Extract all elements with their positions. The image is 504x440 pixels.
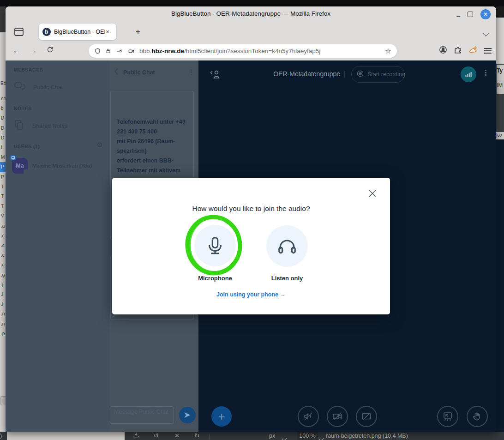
minimize-button[interactable]: – [456, 13, 460, 18]
undo-icon[interactable]: ↺ [154, 432, 159, 440]
bbb-favicon: b [42, 28, 51, 36]
actions-plus-button[interactable]: + [211, 406, 232, 427]
chevron-down-icon[interactable] [319, 434, 323, 440]
microphone-button[interactable] [194, 225, 236, 266]
circle-icon: ) [0, 432, 2, 440]
gimp-left-panel [7, 432, 125, 440]
listen-only-button[interactable] [266, 225, 308, 267]
right-edge-dark [496, 6, 504, 18]
chat-options-icon[interactable]: ⋮ [188, 68, 195, 77]
url-text[interactable]: bbb.hbz-nrw.de/html5client/join?sessionT… [139, 48, 381, 54]
list-item: T [0, 192, 6, 201]
list-item: .c [0, 250, 6, 260]
close-window-button[interactable]: ✕ [480, 9, 491, 19]
sidebar-item-public-chat[interactable]: Public Chat [14, 79, 102, 96]
join-audio-modal: How would you like to join the audio? Mi… [112, 178, 390, 314]
divider: | [344, 70, 346, 78]
send-message-button[interactable] [179, 407, 196, 423]
tab-bigbluebutton[interactable]: b BigBlueButton - OER-M × [39, 24, 116, 40]
sidebar-item-shared-notes[interactable]: Shared Notes [14, 118, 102, 134]
maximize-button[interactable] [468, 12, 473, 17]
chevron-left-icon[interactable] [114, 68, 119, 77]
share-webcam-button[interactable] [327, 406, 348, 427]
navigation-toolbar: ← → bbb.hbz-nrw.de/html5client/join?sess… [6, 42, 496, 61]
start-recording-button[interactable]: Start recording [351, 66, 405, 83]
list-item: D [0, 133, 6, 143]
start-recording-label: Start recording [367, 71, 405, 78]
back-button[interactable]: ← [11, 45, 22, 56]
delete-icon[interactable]: ✕ [174, 432, 180, 440]
window-titlebar[interactable]: BigBlueButton - OER-Metadatengruppe — Mo… [6, 6, 496, 22]
chat-message-input[interactable] [110, 406, 174, 424]
unit-select[interactable]: px [269, 432, 275, 440]
right-edge-canvas [496, 139, 504, 432]
close-modal-icon[interactable] [368, 189, 377, 198]
right-edge-light [496, 18, 504, 64]
options-menu-icon[interactable]: ⋮ [482, 68, 489, 77]
modal-title: How would you like to join the audio? [112, 205, 390, 213]
extensions-puzzle-icon[interactable] [454, 46, 462, 56]
fox-extension-icon[interactable] [468, 46, 478, 56]
save-icon[interactable] [133, 432, 139, 440]
list-item: T [0, 182, 6, 192]
window-controls: – ✕ [456, 9, 491, 20]
account-icon[interactable] [438, 45, 448, 56]
sidebar-item-label: Shared Notes [32, 123, 67, 129]
file-list-item: Ed [0, 81, 6, 86]
url-bar[interactable]: bbb.hbz-nrw.de/html5client/join?sessionT… [89, 44, 397, 58]
zoom-level[interactable]: 100 % [297, 432, 318, 440]
toolbar-icons [438, 45, 492, 56]
scrollbar-thumb[interactable] [0, 396, 6, 405]
connection-status-button[interactable] [461, 66, 476, 82]
chat-panel-title: Public Chat [123, 69, 188, 76]
list-item: .p [0, 329, 6, 338]
microphone-label: Microphone [187, 275, 243, 282]
list-item: .n [0, 319, 6, 329]
tab-bar: b BigBlueButton - OER-M × + [6, 22, 496, 42]
shield-icon[interactable] [94, 48, 101, 55]
raise-hand-button[interactable] [467, 406, 488, 427]
reload-button[interactable] [44, 45, 55, 56]
redo-icon[interactable]: ↻ [194, 432, 199, 440]
unmute-audio-button[interactable] [298, 406, 319, 427]
tab-close-icon[interactable]: × [106, 28, 109, 36]
list-item: P [0, 172, 6, 182]
bookmark-star-icon[interactable]: ☆ [385, 47, 391, 55]
right-edge-label: IM [497, 80, 504, 94]
messages-header: MESSAGES [14, 67, 43, 72]
gear-icon[interactable]: ⚙ [97, 141, 103, 149]
user-list-item[interactable]: Ma Maxime Musterfrau (You) [12, 156, 104, 176]
desktop-share-badge-icon [10, 155, 16, 160]
permissions-icon[interactable] [115, 48, 123, 54]
avatar: Ma [12, 158, 28, 174]
bbb-sidebar: MESSAGES Public Chat NOTES Shared Notes … [6, 60, 109, 432]
file-list: onbDDDLMPPTTTV.a.c.c.c.c.g.j.l.l.n.n.p [0, 94, 6, 338]
list-item: .l [0, 299, 6, 309]
list-item: D [0, 113, 6, 123]
users-header: USERS (1) [14, 144, 40, 149]
camera-permission-icon[interactable] [127, 48, 135, 54]
window-title: BigBlueButton - OER-Metadatengruppe — Mo… [6, 10, 496, 17]
list-item: on [0, 94, 6, 103]
menu-hamburger-icon[interactable] [484, 47, 492, 55]
lock-icon[interactable] [105, 48, 111, 54]
chevron-down-icon[interactable] [282, 434, 286, 440]
avatar-notch [24, 169, 29, 175]
join-by-phone-link[interactable]: Join using your phone → [112, 291, 390, 298]
restore-presentation-button[interactable] [437, 406, 458, 427]
chat-header: Public Chat ⋮ [114, 67, 195, 78]
new-tab-button[interactable]: + [136, 28, 140, 36]
screen: Ed onbDDDLMPPTTTV.a.c.c.c.c.g.j.l.l.n.n.… [0, 0, 504, 440]
url-domain: hbz-nrw.de [151, 48, 184, 54]
list-item: .l [0, 289, 6, 299]
firefox-view-icon[interactable] [13, 26, 25, 37]
list-item: .n [0, 309, 6, 319]
list-tabs-icon[interactable] [484, 29, 488, 37]
firefox-window: BigBlueButton - OER-Metadatengruppe — Mo… [6, 6, 496, 432]
notes-header: NOTES [14, 106, 32, 111]
forward-button[interactable]: → [28, 45, 39, 56]
background-left-dark [0, 6, 6, 32]
list-item: .g [0, 270, 6, 280]
share-screen-button[interactable] [356, 406, 377, 427]
sidebar-item-label: Public Chat [33, 84, 63, 90]
